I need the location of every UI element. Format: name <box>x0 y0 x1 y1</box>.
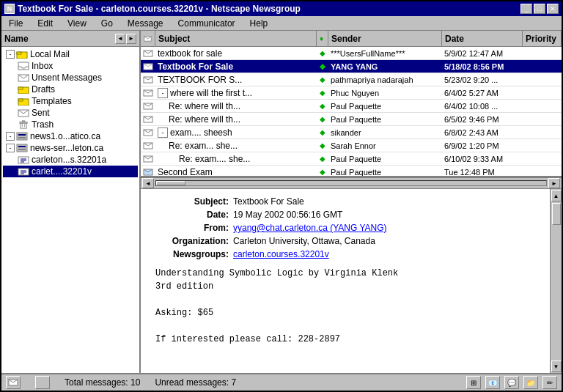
msg-subject-cell: Second Exam <box>155 166 317 177</box>
preview-newsgroups-label: Newsgroups: <box>155 249 229 259</box>
sidebar-item-sent[interactable]: Sent <box>3 107 138 119</box>
menu-message[interactable]: Message <box>123 17 168 30</box>
minimize-button[interactable]: _ <box>520 4 532 14</box>
msg-priority-cell <box>523 53 562 54</box>
sidebar-item-drafts[interactable]: Drafts <box>3 84 138 95</box>
scroll-down-btn[interactable]: ▼ <box>551 360 562 372</box>
msg-priority-cell <box>523 119 562 120</box>
msg-subject-cell: TEXTBOOK FOR S... <box>155 74 317 86</box>
table-row[interactable]: Re: where will th... ◆ Paul Paquette 6/5… <box>141 113 562 126</box>
thread-expand-button[interactable]: - <box>158 127 168 138</box>
msg-subject-cell: Textbook For Sale <box>155 61 317 73</box>
msg-sender-cell: Paul Paquette <box>328 101 442 111</box>
reply-icon <box>143 141 153 150</box>
table-row[interactable]: - where will the first t... ◆ Phuc Nguye… <box>141 86 562 100</box>
scroll-right-btn[interactable]: ► <box>548 178 560 188</box>
message-list-header: Subject ♦ Sender Date Priority <box>141 31 562 47</box>
scroll-left-button[interactable]: ◄ <box>115 34 125 44</box>
col-header-dot[interactable]: ♦ <box>317 31 328 46</box>
preview-organization-value: Carleton University, Ottawa, Canada <box>233 236 375 246</box>
folder-tree: - Local Mail Inbox <box>1 47 139 373</box>
scroll-up-btn[interactable]: ▲ <box>551 190 562 201</box>
sidebar-item-news-ser[interactable]: - news-ser...leton.ca <box>3 142 138 154</box>
status-icon-2[interactable]: 📧 <box>485 376 500 389</box>
scroll-thumb-v[interactable] <box>552 203 561 225</box>
col-header-icon <box>141 31 155 46</box>
list-scroll-bar[interactable]: ◄ ► <box>141 177 562 189</box>
maximize-button[interactable]: □ <box>534 4 545 14</box>
news-server-2-icon <box>16 144 28 152</box>
menu-file[interactable]: File <box>4 17 27 30</box>
preview-area: Subject: Textbook For Sale Date: 19 May … <box>141 189 562 373</box>
sidebar-item-unsent[interactable]: Unsent Messages <box>3 72 138 84</box>
table-row[interactable]: Re: exam.... she... ◆ Paul Paquette 6/10… <box>141 152 562 166</box>
preview-subject-field: Subject: Textbook For Sale <box>155 196 535 207</box>
table-row[interactable]: TEXTBOOK FOR S... ◆ pathmapriya nadaraja… <box>141 73 562 86</box>
left-panel: Name ◄ ► - Local Mail <box>1 31 141 373</box>
menu-edit[interactable]: Edit <box>33 17 57 30</box>
scroll-track-v <box>552 201 561 360</box>
status-icon-1[interactable]: ⊞ <box>466 376 481 389</box>
msg-dot-cell: ◆ <box>317 154 328 163</box>
sidebar-item-carleton-s[interactable]: carleton...s.32201a <box>3 154 138 166</box>
preview-from-link[interactable]: yyang@chat.carleton.ca (YANG YANG) <box>233 223 387 233</box>
scroll-right-button[interactable]: ► <box>126 34 136 44</box>
table-row[interactable]: Second Exam ◆ Paul Paquette Tue 12:48 PM <box>141 166 562 176</box>
scroll-thumb[interactable] <box>156 181 185 185</box>
trash-icon <box>18 120 29 129</box>
col-header-priority[interactable]: Priority <box>523 31 562 46</box>
envelope-header-icon <box>144 34 152 44</box>
thread-message-icon <box>143 128 153 137</box>
drafts-label: Drafts <box>32 84 55 95</box>
sidebar-item-inbox[interactable]: Inbox <box>3 60 138 72</box>
col-header-sender[interactable]: Sender <box>328 31 442 46</box>
folder-panel-header: Name ◄ ► <box>1 31 139 47</box>
preview-newsgroups-link[interactable]: carleton.courses.32201v <box>233 249 329 259</box>
status-icon-3[interactable]: 💬 <box>504 376 519 389</box>
sidebar-item-local-mail[interactable]: - Local Mail <box>3 48 138 60</box>
expand-local-mail[interactable]: - <box>6 50 15 59</box>
sidebar-item-templates[interactable]: Templates <box>3 95 138 107</box>
table-row[interactable]: Textbook For Sale ◆ YANG YANG 5/18/02 8:… <box>141 60 562 73</box>
preview-from-field: From: yyang@chat.carleton.ca (YANG YANG) <box>155 223 535 233</box>
status-mail-icon <box>6 376 21 389</box>
sidebar-item-news1[interactable]: - news1.o...atico.ca <box>3 130 138 142</box>
msg-sender-cell: Phuc Nguyen <box>328 88 442 98</box>
preview-date-label: Date: <box>155 210 229 220</box>
expand-news-ser[interactable]: - <box>6 144 15 152</box>
menu-go[interactable]: Go <box>97 17 117 30</box>
preview-scrollbar[interactable]: ▲ ▼ <box>550 189 562 373</box>
expand-news1[interactable]: - <box>6 132 15 141</box>
msg-icon-cell <box>141 141 155 151</box>
msg-icon-cell <box>141 114 155 125</box>
msg-sender-cell: sikander <box>328 127 442 138</box>
menu-communicator[interactable]: Communicator <box>174 17 240 30</box>
col-header-subject[interactable]: Subject <box>155 31 317 46</box>
table-row[interactable]: textbook for sale ◆ ***UsersFullName*** … <box>141 47 562 60</box>
status-icon-5[interactable]: ✏ <box>542 376 557 389</box>
status-unread: Unread messages: 7 <box>155 377 236 388</box>
msg-sender-cell: Sarah Ennor <box>328 141 442 151</box>
sidebar-item-trash[interactable]: Trash <box>3 119 138 130</box>
table-row[interactable]: - exam.... sheesh ◆ sikander 6/8/02 2:43… <box>141 126 562 139</box>
msg-date-cell: 6/9/02 1:20 PM <box>442 141 523 151</box>
msg-dot-cell: ◆ <box>317 88 328 97</box>
msg-dot-cell: ◆ <box>317 127 328 137</box>
status-icon-4[interactable]: 📁 <box>523 376 538 389</box>
sidebar-item-carleton-v[interactable]: carlet....32201v <box>3 166 138 177</box>
close-button[interactable]: ✕ <box>547 4 559 14</box>
scroll-left-btn[interactable]: ◄ <box>142 178 154 188</box>
local-mail-label: Local Mail <box>30 49 70 59</box>
table-row[interactable]: Re: exam... she... ◆ Sarah Ennor 6/9/02 … <box>141 139 562 152</box>
newsgroup-s-icon <box>18 155 29 164</box>
menu-help[interactable]: Help <box>246 17 273 30</box>
table-row[interactable]: Re: where will th... ◆ Paul Paquette 6/4… <box>141 100 562 113</box>
thread-expand-button[interactable]: - <box>158 88 168 98</box>
msg-date-cell: 6/4/02 10:08 ... <box>442 101 523 111</box>
preview-date-field: Date: 19 May 2002 00:56:16 GMT <box>155 210 535 220</box>
msg-date-cell: 5/18/02 8:56 PM <box>442 62 523 72</box>
menu-view[interactable]: View <box>63 17 91 30</box>
status-icons: ⊞ 📧 💬 📁 ✏ <box>466 376 557 389</box>
col-header-date[interactable]: Date <box>442 31 523 46</box>
svg-rect-17 <box>17 144 27 152</box>
